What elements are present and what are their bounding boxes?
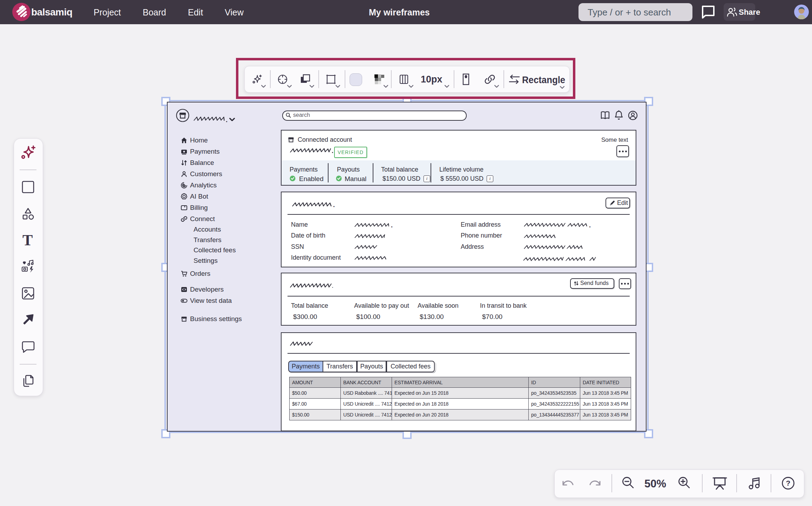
svg-text:?: ? [786,479,791,487]
